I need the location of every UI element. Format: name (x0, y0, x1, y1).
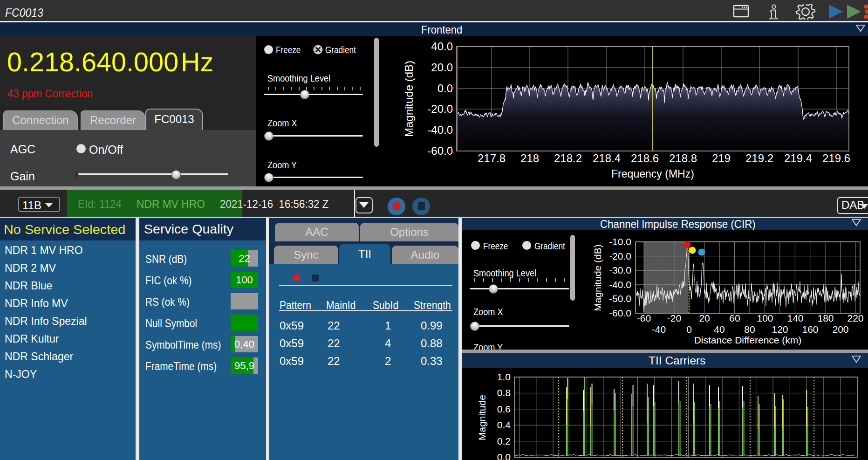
svg-text:0.4: 0.4 (497, 419, 511, 430)
svg-text:Magnitude: Magnitude (477, 395, 487, 440)
svg-text:0.8: 0.8 (497, 387, 511, 398)
svg-text:0.0: 0.0 (497, 452, 511, 460)
svg-text:0.6: 0.6 (497, 404, 511, 414)
svg-text:0.2: 0.2 (497, 436, 511, 446)
svg-text:1.0: 1.0 (497, 371, 511, 382)
